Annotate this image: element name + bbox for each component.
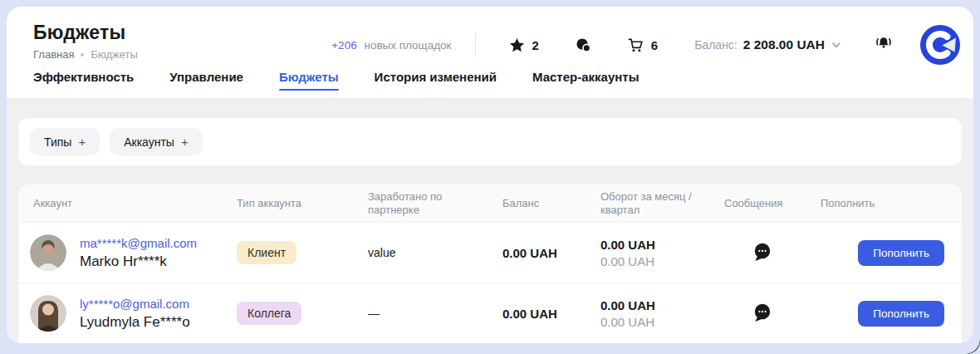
top-header: Бюджеты Главная Бюджеты +206 новых площа… — [7, 7, 973, 65]
new-platforms-label: новых площадок — [364, 39, 451, 52]
earned-cell: value — [368, 246, 502, 259]
favorites-count: 2 — [532, 38, 539, 52]
column-header-account: Аккаунт — [18, 197, 237, 210]
header-divider — [475, 32, 476, 57]
account-name: Lyudmyla Fe****o — [80, 314, 190, 331]
cart-counter[interactable]: 6 — [628, 37, 658, 53]
table-row: ma*****k@gmail.com Marko Hr****k Клиент … — [18, 223, 962, 283]
messages-cell — [724, 303, 821, 323]
plus-icon: + — [78, 135, 86, 149]
accounts-table: Аккаунт Тип аккаунта Заработано по партн… — [18, 184, 962, 343]
account-name: Marko Hr****k — [80, 253, 197, 270]
topup-button[interactable]: Пополнить — [858, 240, 944, 266]
app-logo[interactable] — [920, 25, 960, 65]
balance-value: 2 208.00 UAH — [743, 37, 825, 52]
new-platforms-link[interactable]: +206 новых площадок — [331, 39, 451, 52]
tab-management[interactable]: Управление — [169, 65, 243, 98]
content-panel: Типы + Аккаунты + Аккаунт Тип аккаунта З… — [7, 98, 973, 343]
column-header-turnover: Оборот за месяц / квартал — [600, 190, 715, 217]
breadcrumb-separator — [81, 53, 84, 57]
chevron-down-icon — [832, 42, 840, 48]
page: Бюджеты Главная Бюджеты +206 новых площа… — [0, 0, 980, 354]
account-info: ma*****k@gmail.com Marko Hr****k — [80, 236, 197, 270]
turnover-cell: 0.00 UAH 0.00 UAH — [600, 238, 724, 268]
filter-accounts-label: Аккаунты — [124, 135, 174, 149]
turnover-quarter: 0.00 UAH — [600, 315, 718, 329]
main-card: Бюджеты Главная Бюджеты +206 новых площа… — [7, 7, 973, 343]
account-type-badge: Коллега — [237, 302, 301, 325]
turnover-cell: 0.00 UAH 0.00 UAH — [600, 298, 724, 329]
account-type-cell: Клиент — [237, 241, 368, 264]
tab-budgets[interactable]: Бюджеты — [279, 65, 339, 98]
avatar — [30, 295, 66, 332]
topup-cell: Пополнить — [821, 301, 962, 327]
table-header-row: Аккаунт Тип аккаунта Заработано по партн… — [18, 184, 962, 223]
balance-label: Баланс: — [694, 38, 737, 52]
breadcrumb: Главная Бюджеты — [33, 48, 138, 61]
filters-card: Типы + Аккаунты + — [18, 118, 962, 165]
account-email-link[interactable]: ly*****o@gmail.com — [80, 297, 190, 311]
new-platforms-count: +206 — [331, 39, 356, 52]
cart-count: 6 — [651, 38, 658, 52]
balance-dropdown[interactable]: Баланс: 2 208.00 UAH — [694, 37, 840, 52]
plus-icon: + — [181, 135, 189, 149]
tab-effectiveness[interactable]: Эффективность — [33, 65, 134, 98]
filter-types-button[interactable]: Типы + — [30, 128, 100, 155]
avatar — [30, 234, 66, 271]
account-cell: ma*****k@gmail.com Marko Hr****k — [18, 234, 237, 271]
turnover-quarter: 0.00 UAH — [600, 254, 718, 268]
filter-accounts-button[interactable]: Аккаунты + — [110, 128, 203, 155]
cart-icon — [628, 37, 644, 53]
account-cell: ly*****o@gmail.com Lyudmyla Fe****o — [18, 295, 237, 332]
bell-icon — [874, 33, 894, 53]
turnover-month: 0.00 UAH — [600, 238, 718, 252]
column-header-topup: Пополнить — [821, 197, 962, 210]
tab-bar: Эффективность Управление Бюджеты История… — [7, 65, 973, 98]
earned-cell: — — [368, 307, 502, 320]
header-right: +206 новых площадок 2 — [331, 23, 960, 66]
comments-icon — [576, 37, 591, 53]
topup-cell: Пополнить — [821, 240, 962, 266]
column-header-account-type: Тип аккаунта — [237, 197, 368, 210]
column-header-messages: Сообщения — [724, 197, 821, 210]
title-block: Бюджеты Главная Бюджеты — [33, 20, 138, 61]
balance-cell: 0.00 UAH — [502, 246, 600, 260]
messages-cell — [724, 243, 821, 263]
tab-history[interactable]: История изменений — [375, 65, 497, 98]
turnover-month: 0.00 UAH — [600, 298, 718, 312]
account-info: ly*****o@gmail.com Lyudmyla Fe****o — [80, 297, 190, 331]
comments-counter[interactable] — [576, 37, 591, 53]
message-bubble-icon[interactable] — [752, 243, 772, 263]
filter-types-label: Типы — [44, 135, 71, 149]
topup-button[interactable]: Пополнить — [858, 301, 944, 327]
star-icon — [509, 37, 525, 53]
balance-cell: 0.00 UAH — [502, 307, 600, 321]
tab-master-accounts[interactable]: Мастер-аккаунты — [532, 65, 639, 98]
account-email-link[interactable]: ma*****k@gmail.com — [80, 236, 197, 250]
notifications-button[interactable] — [874, 33, 894, 57]
column-header-balance: Баланс — [502, 197, 600, 210]
table-row: ly*****o@gmail.com Lyudmyla Fe****o Колл… — [18, 283, 962, 343]
account-type-badge: Клиент — [237, 241, 296, 264]
account-type-cell: Коллега — [237, 302, 368, 325]
breadcrumb-current: Бюджеты — [91, 48, 137, 61]
favorites-counter[interactable]: 2 — [509, 37, 539, 53]
page-title: Бюджеты — [33, 22, 138, 44]
breadcrumb-home-link[interactable]: Главная — [33, 48, 74, 61]
column-header-earned: Заработано по партнерке — [368, 190, 483, 217]
message-bubble-icon[interactable] — [752, 303, 772, 323]
